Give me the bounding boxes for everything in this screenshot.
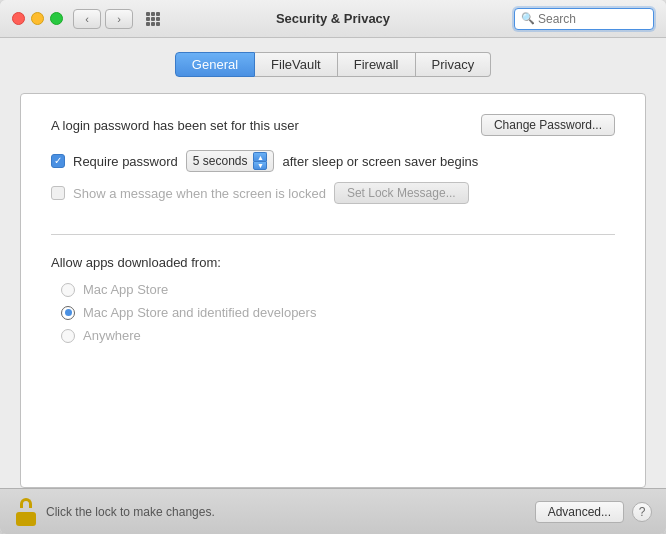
minimize-button[interactable] <box>31 12 44 25</box>
show-message-checkbox[interactable] <box>51 186 65 200</box>
radio-label-mac-app-store: Mac App Store <box>83 282 168 297</box>
forward-arrow-icon: › <box>117 13 121 25</box>
main-panel: A login password has been set for this u… <box>20 93 646 488</box>
radio-label-mac-app-store-identified: Mac App Store and identified developers <box>83 305 316 320</box>
require-password-checkbox[interactable]: ✓ <box>51 154 65 168</box>
lock-icon[interactable] <box>14 498 38 526</box>
radio-anywhere[interactable] <box>61 329 75 343</box>
close-button[interactable] <box>12 12 25 25</box>
search-input[interactable] <box>538 12 647 26</box>
content-area: General FileVault Firewall Privacy A log… <box>0 38 666 488</box>
bottom-bar: Click the lock to make changes. Advanced… <box>0 488 666 534</box>
after-sleep-text: after sleep or screen saver begins <box>282 154 478 169</box>
grid-icon <box>146 12 160 26</box>
show-message-row: Show a message when the screen is locked… <box>51 182 615 204</box>
title-bar: ‹ › Security & Privacy 🔍 <box>0 0 666 38</box>
allow-apps-section: Allow apps downloaded from: Mac App Stor… <box>51 255 615 467</box>
tab-privacy[interactable]: Privacy <box>416 52 492 77</box>
maximize-button[interactable] <box>50 12 63 25</box>
traffic-lights <box>12 12 63 25</box>
tab-general[interactable]: General <box>175 52 255 77</box>
back-button[interactable]: ‹ <box>73 9 101 29</box>
nav-buttons: ‹ › <box>73 9 133 29</box>
stepper-down-button[interactable]: ▼ <box>253 161 267 170</box>
divider <box>51 234 615 235</box>
help-button[interactable]: ? <box>632 502 652 522</box>
lock-shackle <box>20 498 32 508</box>
seconds-value: 5 seconds <box>193 154 248 168</box>
require-password-label: Require password <box>73 154 178 169</box>
seconds-select[interactable]: 5 seconds ▲ ▼ <box>186 150 275 172</box>
tabs: General FileVault Firewall Privacy <box>20 52 646 77</box>
seconds-stepper[interactable]: ▲ ▼ <box>253 152 267 170</box>
tab-firewall[interactable]: Firewall <box>338 52 416 77</box>
search-bar[interactable]: 🔍 <box>514 8 654 30</box>
require-password-row: ✓ Require password 5 seconds ▲ ▼ after s… <box>51 150 615 172</box>
allow-apps-title: Allow apps downloaded from: <box>51 255 615 270</box>
grid-button[interactable] <box>139 9 167 29</box>
back-arrow-icon: ‹ <box>85 13 89 25</box>
radio-mac-app-store-identified[interactable] <box>61 306 75 320</box>
set-lock-message-button[interactable]: Set Lock Message... <box>334 182 469 204</box>
stepper-up-button[interactable]: ▲ <box>253 152 267 161</box>
show-message-label: Show a message when the screen is locked <box>73 186 326 201</box>
login-password-row: A login password has been set for this u… <box>51 114 615 136</box>
window: ‹ › Security & Privacy 🔍 General FileVau… <box>0 0 666 534</box>
radio-row-mac-app-store: Mac App Store <box>61 282 615 297</box>
window-title: Security & Privacy <box>276 11 390 26</box>
change-password-button[interactable]: Change Password... <box>481 114 615 136</box>
radio-label-anywhere: Anywhere <box>83 328 141 343</box>
tab-filevault[interactable]: FileVault <box>255 52 338 77</box>
checkmark-icon: ✓ <box>54 156 62 166</box>
radio-row-anywhere: Anywhere <box>61 328 615 343</box>
lock-body <box>16 512 36 526</box>
login-password-text: A login password has been set for this u… <box>51 118 299 133</box>
lock-text: Click the lock to make changes. <box>46 505 535 519</box>
radio-group: Mac App Store Mac App Store and identifi… <box>61 282 615 343</box>
advanced-button[interactable]: Advanced... <box>535 501 624 523</box>
radio-mac-app-store[interactable] <box>61 283 75 297</box>
forward-button[interactable]: › <box>105 9 133 29</box>
radio-row-mac-app-store-identified: Mac App Store and identified developers <box>61 305 615 320</box>
search-icon: 🔍 <box>521 12 535 25</box>
